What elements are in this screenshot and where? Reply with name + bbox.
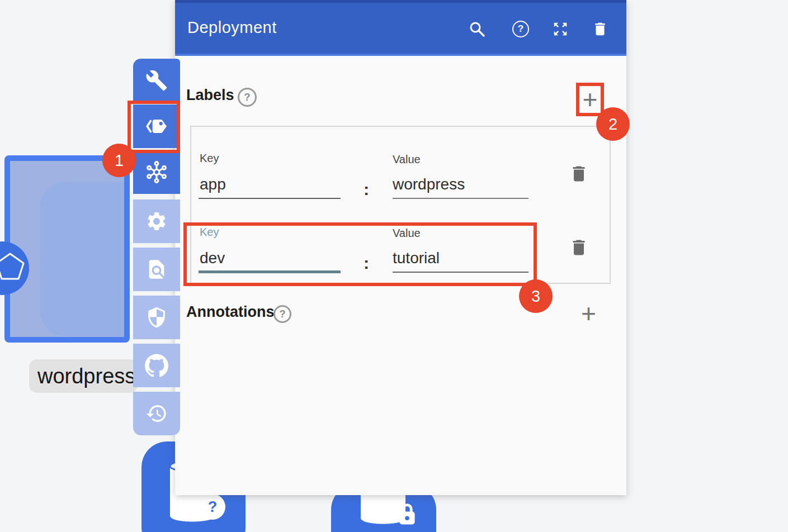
sidebar-item-preview[interactable] [133,248,180,291]
sidebar-item-github[interactable] [133,344,180,387]
hub-icon [144,160,169,184]
sidebar-item-security[interactable] [133,296,180,339]
key-input-underline [199,198,341,199]
labels-help-icon[interactable]: ? [238,88,257,107]
annotations-help-text: ? [280,308,286,320]
step2-badge: 2 [596,107,630,141]
sidebar-item-network[interactable] [133,150,180,194]
node-name-label: wordpress [29,359,138,393]
gear-icon [145,210,168,232]
annotations-help-icon[interactable]: ? [273,305,291,323]
add-annotation-button[interactable]: + [581,301,596,326]
step2-number: 2 [608,115,617,134]
key-field-label: Key [200,152,219,165]
step1-highlight-box [128,101,180,153]
pentagon-icon [0,241,29,295]
lock-icon [394,500,421,529]
question-badge: ? [200,494,225,520]
delete-row-icon[interactable] [569,164,589,184]
delete-row-icon[interactable] [569,238,589,258]
sidebar-item-settings[interactable] [133,200,180,243]
colon-separator: : [364,180,369,199]
annotations-section-title: Annotations [186,303,274,321]
value-input[interactable]: wordpress [393,175,465,193]
value-input-underline [393,198,529,199]
panel-header: Deployment ? [175,0,626,56]
sidebar-item-history[interactable] [133,392,180,435]
deployment-node-inner [40,182,130,336]
labels-help-text: ? [244,92,251,103]
doc-search-icon [145,258,168,281]
step1-number: 1 [115,151,124,170]
node-name-text: wordpress [37,364,135,388]
history-icon [145,402,168,425]
search-icon[interactable] [469,21,485,37]
panel-header-top-strip [175,0,626,3]
step1-badge: 1 [102,144,136,177]
question-badge-text: ? [208,498,218,516]
step3-number: 3 [531,287,540,306]
help-icon[interactable]: ? [512,21,529,37]
sidebar-item-build[interactable] [133,59,180,102]
github-icon [145,354,168,377]
value-field-label: Value [393,153,421,166]
trash-icon[interactable] [592,21,608,37]
step3-highlight-box [183,222,537,286]
step2-highlight-box: + [576,83,604,116]
labels-section-title: Labels [186,87,234,104]
add-label-button[interactable]: + [583,87,598,112]
key-input[interactable]: app [200,175,226,193]
pod-port-circle[interactable] [0,241,29,295]
expand-icon[interactable] [552,21,569,37]
wrench-icon [145,69,168,92]
panel-title: Deployment [187,18,277,37]
shield-icon [145,306,168,329]
step3-badge: 3 [519,279,553,313]
